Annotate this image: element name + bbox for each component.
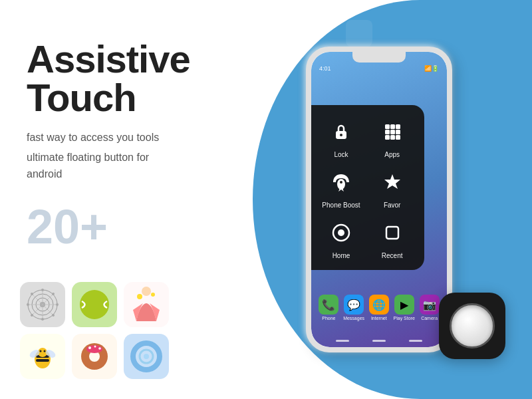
svg-point-9 (41, 318, 44, 321)
icon-blue-ring (124, 334, 169, 379)
phone-body: 4:01 📶🔋 Screenshot (306, 47, 452, 352)
svg-rect-46 (385, 130, 390, 134)
svg-marker-56 (384, 174, 400, 189)
svg-point-59 (338, 229, 344, 236)
svg-rect-50 (390, 135, 395, 140)
svg-point-55 (340, 181, 342, 184)
icon-fairy (124, 282, 169, 327)
app-camera: 📷 Camera (420, 295, 440, 321)
phone-screen: 4:01 📶🔋 Screenshot (311, 52, 447, 347)
svg-rect-51 (396, 135, 400, 140)
svg-rect-45 (396, 124, 400, 129)
svg-point-42 (340, 134, 342, 136)
app-title: Assistive Touch (27, 40, 190, 117)
nav-home (372, 340, 386, 342)
svg-point-17 (142, 287, 151, 296)
icon-grid (20, 282, 169, 379)
at-btn-favor: Favor (370, 166, 414, 209)
at-btn-phoneboost: Phone Boost (320, 166, 363, 209)
at-label-apps: Apps (384, 151, 400, 158)
phone-nav-bar (311, 337, 447, 344)
svg-point-32 (94, 346, 96, 348)
phone-icons: 📶🔋 (424, 65, 439, 72)
svg-point-31 (88, 346, 91, 349)
svg-point-18 (137, 294, 142, 299)
svg-point-27 (44, 350, 46, 352)
favor-icon (376, 166, 408, 198)
svg-point-14 (52, 293, 55, 295)
apps-icon (376, 116, 408, 148)
count-label: 20+ (27, 203, 190, 251)
left-content: Assistive Touch fast way to access you t… (27, 40, 190, 251)
svg-rect-47 (390, 130, 395, 134)
at-btn-back: Back (311, 217, 312, 259)
svg-rect-44 (390, 124, 395, 129)
app-messages: 💬 Messages (343, 295, 364, 321)
at-label-phoneboost: Phone Boost (322, 201, 360, 209)
icon-tennis (72, 282, 117, 327)
floating-button-circle (450, 303, 495, 348)
svg-point-19 (151, 293, 155, 297)
svg-point-11 (56, 303, 59, 306)
svg-rect-43 (385, 124, 390, 129)
at-label-recent: Recent (382, 252, 403, 259)
at-label-lock: Lock (334, 151, 348, 158)
at-btn-recent: Recent (370, 217, 414, 259)
svg-rect-22 (36, 359, 49, 362)
at-menu-overlay: Screenshot Lock (311, 105, 424, 270)
floating-button-icon (439, 293, 505, 359)
svg-rect-49 (385, 135, 390, 140)
icon-donut (72, 334, 117, 379)
app-internet: 🌐 Internet (369, 295, 389, 321)
svg-point-13 (52, 314, 55, 317)
phone-home-icons: 📞 Phone 💬 Messages 🌐 Internet ▶ Play Sto… (311, 295, 447, 321)
svg-point-8 (41, 289, 44, 291)
icon-bee (20, 334, 65, 379)
subtitle: fast way to access you tools ultimate fl… (27, 129, 190, 183)
svg-point-10 (27, 303, 29, 306)
lock-icon (325, 116, 357, 148)
svg-point-15 (31, 314, 33, 317)
icon-mandala (20, 282, 65, 327)
svg-point-53 (337, 179, 345, 190)
at-label-favor: Favor (384, 201, 401, 209)
home-icon (325, 217, 357, 249)
app-phone: 📞 Phone (319, 295, 338, 321)
at-btn-setting: Setting (311, 166, 312, 209)
at-label-home: Home (332, 252, 350, 259)
phone-notch (352, 52, 406, 63)
at-btn-apps: Apps (370, 116, 414, 158)
at-btn-home: Home (320, 217, 363, 259)
nav-back (336, 340, 349, 342)
phoneboost-icon (325, 166, 357, 198)
svg-point-26 (40, 350, 42, 352)
at-btn-screenshot: Screenshot (311, 116, 312, 158)
nav-recent (409, 340, 422, 342)
svg-point-12 (31, 293, 33, 295)
svg-point-33 (98, 347, 101, 350)
svg-rect-48 (396, 130, 400, 134)
svg-rect-60 (386, 227, 398, 239)
recent-icon (376, 217, 408, 249)
app-playstore: ▶ Play Store (394, 295, 415, 321)
at-btn-lock: Lock (320, 116, 363, 158)
phone-time: 4:01 (319, 65, 331, 72)
svg-point-36 (144, 354, 149, 359)
